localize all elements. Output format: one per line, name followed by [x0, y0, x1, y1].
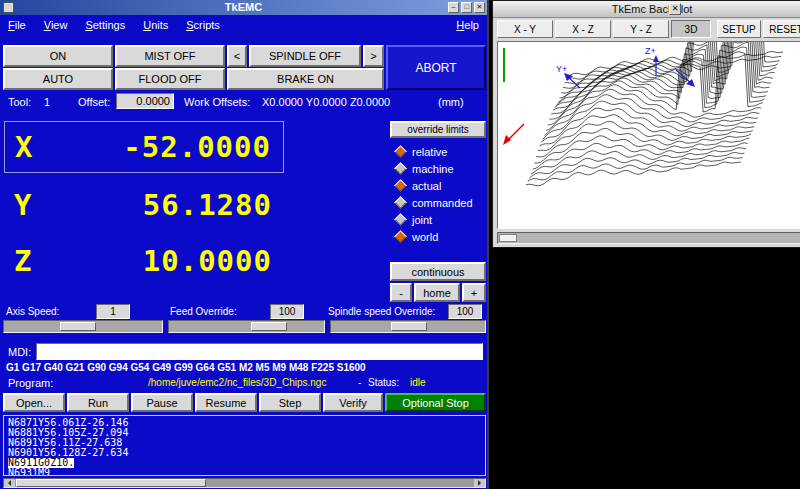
optional-stop-button[interactable]: Optional Stop	[385, 393, 486, 412]
view-xz-button[interactable]: X - Z	[555, 20, 611, 38]
active-gcodes: G1 G17 G40 G21 G90 G94 G54 G49 G99 G64 G…	[6, 362, 366, 373]
menu-scripts[interactable]: Scripts	[186, 19, 220, 31]
maximize-icon[interactable]: □	[461, 2, 472, 13]
axis-speed-slider-thumb[interactable]	[60, 322, 96, 331]
dro-x-letter: X	[15, 130, 32, 164]
scroll-right-icon[interactable]	[474, 479, 485, 487]
offset-label: Offset:	[78, 96, 110, 108]
scrollbar-thumb[interactable]	[16, 479, 206, 487]
dro-y-value: 56.1280	[143, 188, 272, 222]
backplot-3d-plot: Z+ Y+	[498, 42, 800, 229]
menu-settings[interactable]: Settings	[85, 19, 125, 31]
backplot-titlebar[interactable]: TkEmc BackPlot ✕	[493, 1, 800, 18]
radio-world[interactable]: world	[396, 228, 438, 245]
program-status-label: Status:	[368, 377, 399, 388]
backplot-canvas[interactable]: Z+ Y+	[497, 41, 800, 229]
mdi-label: MDI:	[8, 346, 31, 358]
open-button[interactable]: Open...	[3, 393, 65, 412]
backplot-title: TkEmc BackPlot	[493, 1, 800, 17]
scroll-left-icon[interactable]	[4, 479, 15, 487]
feed-override-slider-thumb[interactable]	[251, 322, 287, 331]
dro-z-row[interactable]: Z 10.0000	[4, 236, 284, 286]
machine-on-button[interactable]: ON	[3, 45, 113, 67]
flood-button[interactable]: FLOOD OFF	[115, 68, 225, 90]
home-button[interactable]: home	[414, 283, 460, 302]
z-axis-arrowhead-icon	[653, 55, 659, 62]
jog-mode-button[interactable]: continuous	[390, 262, 486, 281]
work-offsets-label: Work Offsets:	[184, 96, 250, 108]
verify-button[interactable]: Verify	[323, 393, 383, 412]
radio-commanded[interactable]: commanded	[396, 194, 473, 211]
jog-minus-button[interactable]: -	[390, 283, 412, 302]
dro-x-row[interactable]: X -52.0000	[4, 121, 284, 173]
menubar: File View Settings Units Scripts Help	[0, 15, 487, 35]
view-xy-button[interactable]: X - Y	[497, 20, 553, 38]
radio-indicator-icon	[394, 230, 407, 243]
axis-speed-slider[interactable]	[3, 320, 163, 333]
dro-z-value: 10.0000	[143, 244, 272, 278]
dro-x-value: -52.0000	[123, 130, 271, 164]
radio-joint[interactable]: joint	[396, 211, 432, 228]
program-label: Program:	[8, 377, 53, 389]
menu-file[interactable]: File	[8, 19, 26, 31]
spindle-button[interactable]: SPINDLE OFF	[249, 45, 361, 67]
run-button[interactable]: Run	[67, 393, 129, 412]
radio-indicator-icon	[394, 179, 407, 192]
program-status-value: idle	[410, 377, 426, 388]
feed-override-value[interactable]: 100	[270, 304, 304, 319]
brake-button[interactable]: BRAKE ON	[227, 68, 384, 90]
tkemc-titlebar[interactable]: TkEMC – □ ✕	[0, 0, 487, 15]
radio-indicator-icon	[394, 145, 407, 158]
reset-button[interactable]: RESET	[763, 20, 800, 38]
z-axis-label: Z+	[645, 46, 656, 56]
menu-view[interactable]: View	[44, 19, 68, 31]
dro-z-letter: Z	[14, 244, 31, 278]
menu-help[interactable]: Help	[456, 19, 479, 31]
resume-button[interactable]: Resume	[195, 393, 257, 412]
radio-relative[interactable]: relative	[396, 143, 447, 160]
spindle-increase-button[interactable]: >	[363, 45, 384, 67]
jog-plus-button[interactable]: +	[462, 283, 486, 302]
window-title: TkEMC	[0, 0, 487, 15]
spindle-decrease-button[interactable]: <	[227, 45, 247, 67]
abort-button[interactable]: ABORT	[386, 45, 486, 90]
backplot-close-icon[interactable]: ✕	[669, 3, 681, 15]
spindle-override-value[interactable]: 100	[448, 304, 482, 319]
radio-indicator-icon	[394, 162, 407, 175]
dro-y-row[interactable]: Y 56.1280	[4, 180, 284, 230]
program-horizontal-scrollbar[interactable]	[3, 478, 486, 488]
close-icon[interactable]: ✕	[474, 2, 485, 13]
offset-entry[interactable]: 0.0000	[116, 93, 174, 109]
dro-y-letter: Y	[14, 188, 31, 222]
pause-button[interactable]: Pause	[131, 393, 193, 412]
radio-machine[interactable]: machine	[396, 160, 454, 177]
program-line: N6931M9	[8, 468, 481, 476]
radio-actual[interactable]: actual	[396, 177, 441, 194]
axis-speed-label: Axis Speed:	[6, 306, 59, 317]
step-button[interactable]: Step	[259, 393, 321, 412]
mist-button[interactable]: MIST OFF	[115, 45, 225, 67]
override-limits-button[interactable]: override limits	[390, 121, 486, 138]
setup-button[interactable]: SETUP	[717, 20, 761, 38]
spindle-override-slider[interactable]	[330, 320, 486, 333]
radio-indicator-icon	[394, 196, 407, 209]
backplot-scrollbar-thumb[interactable]	[499, 234, 517, 242]
x-axis-arrow	[507, 124, 524, 141]
view-yz-button[interactable]: Y - Z	[613, 20, 669, 38]
mdi-input[interactable]	[36, 343, 483, 360]
program-path: /home/juve/emc2/nc_files/3D_Chips.ngc	[148, 377, 326, 388]
tool-label: Tool:	[8, 96, 31, 108]
axis-speed-value[interactable]: 1	[96, 304, 130, 319]
spindle-override-slider-thumb[interactable]	[391, 322, 427, 331]
view-3d-button[interactable]: 3D	[671, 20, 711, 38]
menu-units[interactable]: Units	[143, 19, 168, 31]
minimize-icon[interactable]: –	[448, 2, 459, 13]
x-axis-arrowhead-icon	[503, 135, 511, 145]
y-axis-label: Y+	[556, 64, 567, 74]
feed-override-slider[interactable]	[168, 320, 325, 333]
mode-auto-button[interactable]: AUTO	[3, 68, 113, 90]
program-listing[interactable]: N6871Y56.061Z-26.146 N6881Y56.105Z-27.09…	[3, 415, 486, 476]
program-separator: -	[358, 377, 361, 388]
backplot-horizontal-scrollbar[interactable]	[497, 232, 800, 244]
tkemc-window: TkEMC – □ ✕ File View Settings Units Scr…	[0, 0, 489, 489]
